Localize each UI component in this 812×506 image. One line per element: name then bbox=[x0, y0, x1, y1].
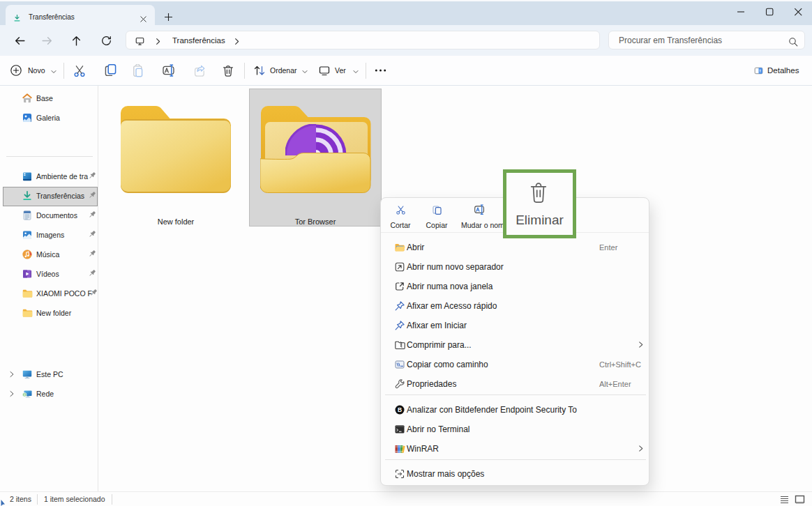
svg-text:B: B bbox=[398, 406, 402, 413]
